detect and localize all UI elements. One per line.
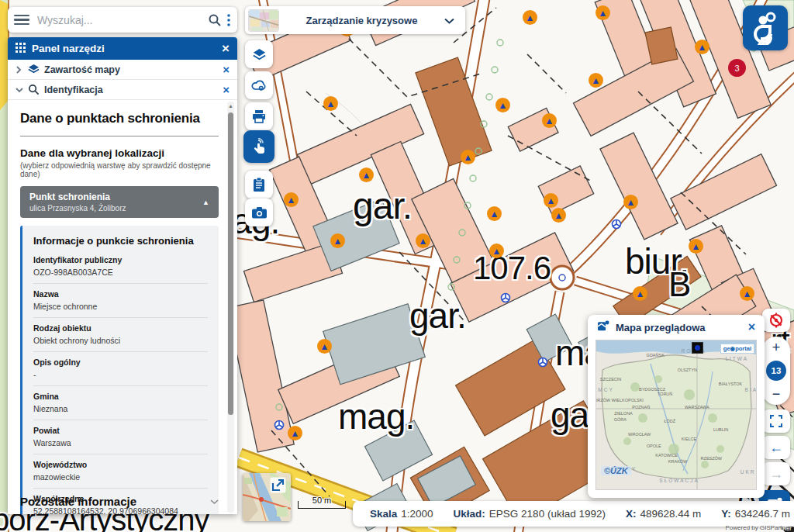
- shelter-point-marker[interactable]: ▲: [596, 5, 610, 20]
- fullscreen-button[interactable]: [762, 409, 790, 433]
- zoom-out-button[interactable]: −: [772, 387, 781, 401]
- overview-city-label: KIELCE: [682, 437, 697, 441]
- y-coordinate-readout: Y:634246.7 m: [721, 508, 790, 520]
- map-label: mag.: [338, 396, 414, 437]
- overview-city-label: SZCZECIN: [600, 377, 622, 382]
- shelter-point-marker[interactable]: ▲: [317, 339, 332, 354]
- shelter-point-marker[interactable]: ▲: [288, 426, 302, 440]
- section-map-content[interactable]: Zawartość mapy ×: [8, 60, 237, 80]
- shelter-point-marker[interactable]: ▲: [461, 150, 475, 164]
- shelter-point-marker[interactable]: ▲: [323, 96, 338, 111]
- overview-map-canvas[interactable]: ge◉portal ©ÚZK GDAŃSKOLSZTYNSZCZECINBIAŁ…: [596, 340, 757, 490]
- search-icon[interactable]: [208, 13, 222, 27]
- shelter-point-marker[interactable]: ▲: [495, 98, 510, 112]
- map-label: gar.: [353, 185, 412, 227]
- search-bar: [8, 7, 237, 33]
- shelter-point-marker[interactable]: ▲: [487, 206, 502, 221]
- collapse-arrow-icon[interactable]: ▲: [202, 199, 209, 206]
- panel-hint: (wybierz odpowiednią warstwę aby sprawdz…: [20, 161, 219, 178]
- clipboard-button[interactable]: [245, 171, 273, 199]
- identify-icon: [28, 84, 40, 95]
- overview-city-label: GORZÓW WIELKOPOLSKI: [596, 398, 644, 402]
- shelter-point-marker[interactable]: ▲: [359, 168, 374, 182]
- scrollbar-thumb[interactable]: [228, 112, 233, 415]
- more-info-section[interactable]: Pozostałe informacje: [20, 494, 219, 508]
- history-back-button[interactable]: ←: [762, 436, 790, 459]
- section-close-icon[interactable]: ×: [223, 64, 230, 75]
- map-label: B: [668, 265, 690, 304]
- chevron-down-icon[interactable]: [444, 13, 454, 27]
- map-label: gar.: [409, 295, 466, 337]
- print-button[interactable]: [245, 102, 273, 130]
- overview-country-label: BIA: [745, 387, 757, 392]
- panel-title: Dane o punktach schronienia: [20, 111, 219, 126]
- map-extent-indicator[interactable]: [692, 342, 703, 354]
- section-close-icon[interactable]: ×: [223, 84, 230, 95]
- shelter-point-marker[interactable]: ▲: [416, 233, 430, 248]
- accessibility-geoportal-button[interactable]: [743, 5, 788, 50]
- overview-city-label: TORUŃ: [658, 392, 672, 396]
- layers-tool-button[interactable]: [245, 40, 273, 68]
- notification-badge[interactable]: 3: [728, 59, 746, 77]
- shelter-point-marker[interactable]: ▲: [544, 193, 558, 208]
- crs-readout: Układ:EPSG 2180 (układ 1992): [454, 508, 606, 520]
- overview-map-icon: [597, 320, 609, 334]
- shelter-point-marker[interactable]: ▲: [284, 192, 299, 207]
- tool-panel-header[interactable]: Panel narzędzi ×: [8, 37, 237, 60]
- status-bar: Skala1:2000 Układ:EPSG 2180 (układ 1992)…: [353, 501, 794, 527]
- geoportal-logo: ge◉portal: [720, 344, 754, 354]
- shelter-point-marker[interactable]: ▲: [689, 239, 703, 254]
- shelter-point-marker[interactable]: ▲: [523, 10, 537, 25]
- shelter-point-marker[interactable]: ▲: [330, 233, 345, 248]
- menu-icon[interactable]: [14, 15, 29, 26]
- overview-map-header[interactable]: Mapa przeglądowa ×: [588, 315, 765, 340]
- overview-city-label: POZNAŃ: [632, 405, 650, 409]
- shelter-point-marker[interactable]: ▲: [551, 208, 566, 223]
- shelter-point-marker[interactable]: ▲: [633, 286, 647, 301]
- overview-city-label: ZIELONA: [614, 411, 633, 416]
- selected-layer-card[interactable]: Punkt schronienia ulica Przasnyska 4, Żo…: [20, 186, 219, 218]
- more-options-icon[interactable]: [226, 13, 231, 27]
- location-disabled-button[interactable]: [762, 309, 790, 332]
- scale-readout: Skala1:2000: [370, 508, 433, 520]
- chevron-right-icon[interactable]: [16, 66, 25, 74]
- tool-panel-close-icon[interactable]: ×: [222, 42, 230, 55]
- basemap-label: Zarządzanie kryzysowe: [279, 15, 444, 26]
- shelter-point-marker[interactable]: ▲: [589, 73, 603, 88]
- scale-bar: 50 m: [298, 501, 346, 509]
- zoom-level-badge: 13: [766, 361, 786, 381]
- section-identification[interactable]: Identyfikacja ×: [8, 80, 237, 100]
- chevron-down-icon[interactable]: [16, 87, 25, 93]
- overview-city-label: KRAKÓW: [668, 459, 687, 464]
- history-forward-button: →: [762, 462, 790, 485]
- chevron-down-icon[interactable]: [210, 494, 219, 508]
- shelter-info-box: Informacje o punkcie schronienia Identyf…: [20, 226, 219, 514]
- overview-city-label: WROCŁAW: [628, 432, 651, 437]
- shelter-point-marker[interactable]: ▲: [489, 244, 504, 258]
- shelter-point-marker[interactable]: ▲: [695, 40, 709, 54]
- overview-city-label: OPOLE: [647, 444, 661, 448]
- tool-panel: Panel narzędzi × Zawartość mapy × Identy…: [8, 37, 237, 514]
- overview-map-close-icon[interactable]: ×: [748, 321, 755, 333]
- shelter-point-marker[interactable]: ▲: [623, 195, 638, 209]
- grid-icon: [16, 42, 26, 56]
- basemap-thumbnail: [248, 9, 279, 32]
- app-window: mag.gar.107.6biur.Bgar.mag.mag.gar.rt70(…: [0, 0, 794, 532]
- shelter-point-marker[interactable]: ▲: [542, 113, 557, 128]
- tool-panel-title: Panel narzędzi: [32, 43, 222, 54]
- layers-icon: [28, 64, 40, 75]
- cloud-services-button[interactable]: [245, 71, 273, 99]
- identify-touch-button[interactable]: [243, 130, 274, 163]
- panel-scrollbar[interactable]: ▲: [227, 102, 234, 513]
- search-input[interactable]: [37, 14, 203, 26]
- panel-subtitle: Dane dla wybranej lokalizacji: [20, 147, 219, 159]
- camera-button[interactable]: [245, 199, 273, 226]
- overview-country-label: NIEMCY: [596, 387, 614, 392]
- shelter-point-marker[interactable]: ▲: [740, 286, 754, 301]
- basemap-selector[interactable]: Zarządzanie kryzysowe: [245, 6, 465, 34]
- open-in-new-icon[interactable]: [270, 477, 286, 493]
- overview-city-label: RZESZÓW: [701, 456, 723, 461]
- uzk-watermark: ©ÚZK: [601, 466, 631, 475]
- zoom-in-button[interactable]: +: [772, 340, 781, 354]
- overview-city-label: KATOWICE: [655, 453, 678, 458]
